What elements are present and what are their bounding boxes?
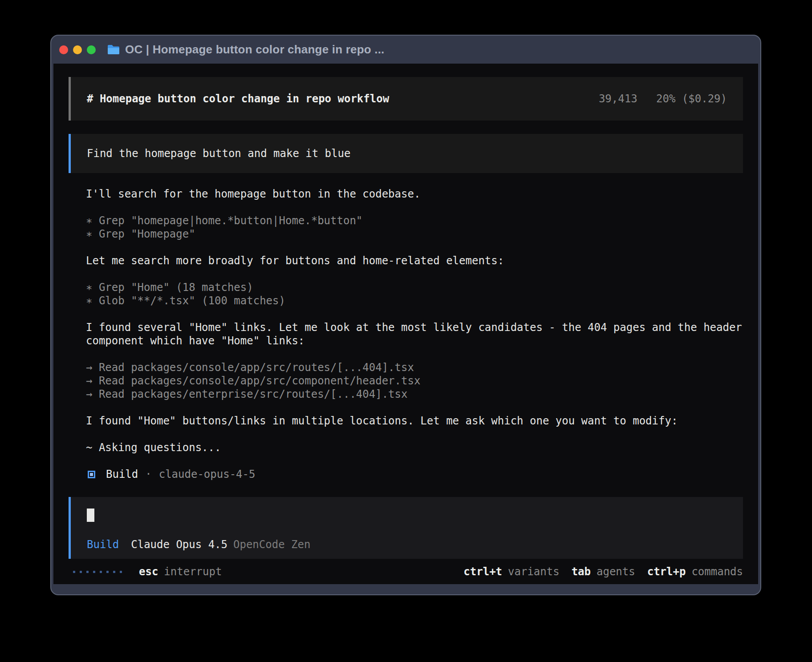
activity-spinner-dots	[73, 571, 122, 573]
commands-label: commands	[691, 565, 743, 578]
ctrl-t-key-hint[interactable]: ctrl+t	[463, 565, 502, 578]
tool-call-group: → Read packages/console/app/src/routes/[…	[86, 361, 743, 401]
minimize-button[interactable]	[73, 45, 82, 54]
assistant-transcript: I'll search for the homepage button in t…	[86, 187, 743, 481]
terminal-content: # Homepage button color change in repo w…	[53, 64, 758, 584]
input-model-label[interactable]: Claude Opus 4.5	[131, 538, 227, 551]
traffic-lights	[59, 45, 96, 54]
status-bar: esc interrupt ctrl+t variants tab agents…	[69, 565, 743, 578]
tool-call-read: → Read packages/enterprise/src/routes/[.…	[86, 388, 743, 401]
hint-commands[interactable]: ctrl+p commands	[647, 565, 743, 578]
window-title: OC | Homepage button color change in rep…	[125, 43, 385, 57]
user-message: Find the homepage button and make it blu…	[69, 134, 743, 173]
agent-build-icon	[88, 471, 95, 478]
prompt-input[interactable]: Build Claude Opus 4.5 OpenCode Zen	[69, 497, 743, 559]
session-stats: 39,413 20% ($0.29)	[599, 92, 727, 105]
ctrl-p-key-hint[interactable]: ctrl+p	[647, 565, 686, 578]
esc-key-label: interrupt	[164, 565, 222, 578]
tool-call-grep: ∗ Grep "Homepage"	[86, 227, 743, 241]
tab-key-hint[interactable]: tab	[572, 565, 591, 578]
window-titlebar[interactable]: OC | Homepage button color change in rep…	[51, 36, 760, 64]
user-message-text: Find the homepage button and make it blu…	[87, 147, 350, 160]
window-footer	[51, 584, 760, 594]
hint-agents[interactable]: tab agents	[572, 565, 635, 578]
tool-call-read: → Read packages/console/app/src/componen…	[86, 374, 743, 388]
assistant-text: I found several "Home" links. Let me loo…	[86, 321, 743, 347]
assistant-working-status: ~ Asking questions...	[86, 441, 743, 454]
agent-name: Build	[106, 468, 138, 481]
tool-call-read: → Read packages/console/app/src/routes/[…	[86, 361, 743, 374]
folder-icon	[107, 44, 120, 55]
input-mode-badge[interactable]: Build	[87, 538, 119, 551]
input-meta: Build Claude Opus 4.5 OpenCode Zen	[87, 538, 727, 551]
session-title: # Homepage button color change in repo w…	[87, 92, 389, 105]
tool-call-grep: ∗ Grep "Home" (18 matches)	[86, 281, 743, 294]
agent-model: claude-opus-4-5	[159, 468, 256, 481]
assistant-text: Let me search more broadly for buttons a…	[86, 254, 743, 267]
context-usage-cost: 20% ($0.29)	[656, 93, 727, 105]
close-button[interactable]	[59, 45, 68, 54]
agents-label: agents	[597, 565, 635, 578]
hint-variants[interactable]: ctrl+t variants	[463, 565, 559, 578]
tool-call-group: ∗ Grep "homepage|home.*button|Home.*butt…	[86, 214, 743, 241]
text-cursor	[87, 509, 94, 522]
tool-call-glob: ∗ Glob "**/*.tsx" (100 matches)	[86, 294, 743, 307]
separator-dot: ·	[145, 468, 151, 481]
esc-key-hint[interactable]: esc	[139, 565, 158, 578]
input-provider-label: OpenCode Zen	[233, 538, 310, 551]
agent-status: Build · claude-opus-4-5	[88, 468, 743, 481]
session-header: # Homepage button color change in repo w…	[69, 77, 743, 121]
terminal-window: OC | Homepage button color change in rep…	[50, 35, 761, 595]
maximize-button[interactable]	[87, 45, 96, 54]
assistant-text: I found "Home" buttons/links in multiple…	[86, 414, 743, 428]
tool-call-grep: ∗ Grep "homepage|home.*button|Home.*butt…	[86, 214, 743, 227]
assistant-text: I'll search for the homepage button in t…	[86, 187, 743, 201]
variants-label: variants	[508, 565, 560, 578]
tool-call-group: ∗ Grep "Home" (18 matches) ∗ Glob "**/*.…	[86, 281, 743, 307]
token-count: 39,413	[599, 93, 637, 105]
